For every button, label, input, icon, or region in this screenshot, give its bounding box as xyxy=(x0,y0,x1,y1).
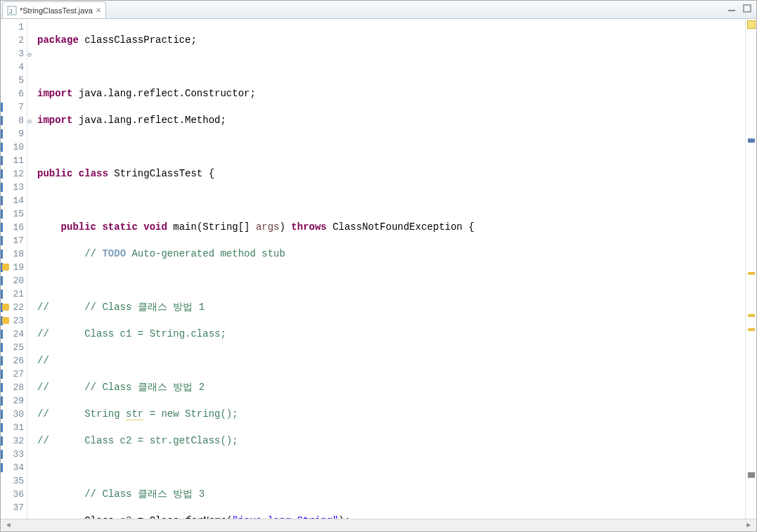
line-number: 3 xyxy=(1,47,24,60)
overview-ruler[interactable] xyxy=(745,19,756,519)
line-number: 37 xyxy=(1,501,24,514)
editor-area: 1 2 3 4 5 6 7 8 9 10 11 12 13 14 15 16 1… xyxy=(1,19,756,519)
line-number: 16 xyxy=(1,221,24,234)
line-number: 20 xyxy=(1,274,24,287)
line-number: 8 xyxy=(1,114,24,127)
scroll-right-icon[interactable]: ► xyxy=(744,521,753,529)
overview-mark-info-icon[interactable] xyxy=(748,138,755,143)
line-number: 27 xyxy=(1,368,24,381)
horizontal-scrollbar[interactable]: ◄ ► xyxy=(1,519,756,531)
line-number: 23 xyxy=(1,314,24,327)
line-number: 25 xyxy=(1,341,24,354)
line-number: 24 xyxy=(1,327,24,341)
line-number: 7 xyxy=(1,100,24,114)
line-number: 19 xyxy=(1,261,24,274)
line-number: 4 xyxy=(1,60,24,74)
line-number: 17 xyxy=(1,234,24,247)
line-number: 33 xyxy=(1,448,24,461)
editor-tab[interactable]: J *StringClassTest.java ✕ xyxy=(2,1,106,18)
svg-rect-2 xyxy=(728,10,735,11)
minimize-icon[interactable] xyxy=(727,4,737,13)
line-number: 9 xyxy=(1,127,24,141)
line-number: 14 xyxy=(1,194,24,207)
line-number: 21 xyxy=(1,287,24,301)
line-number: 6 xyxy=(1,87,24,100)
line-number: 35 xyxy=(1,474,24,488)
code-editor[interactable]: package classClassPractice; import java.… xyxy=(27,19,745,519)
svg-rect-3 xyxy=(744,5,751,12)
maximize-icon[interactable] xyxy=(742,4,752,13)
overview-mark-warn-icon[interactable] xyxy=(748,272,755,275)
line-number: 29 xyxy=(1,394,24,408)
overview-mark-warn-icon[interactable] xyxy=(748,328,755,331)
line-number: 11 xyxy=(1,154,24,167)
line-number: 5 xyxy=(1,74,24,87)
close-icon[interactable]: ✕ xyxy=(96,6,101,14)
line-number: 13 xyxy=(1,181,24,194)
tab-controls xyxy=(727,4,752,13)
line-number: 2 xyxy=(1,34,24,47)
line-number: 1 xyxy=(1,20,24,34)
line-number: 12 xyxy=(1,167,24,181)
overview-mark-warn-icon[interactable] xyxy=(748,314,755,317)
java-file-icon: J xyxy=(7,6,17,15)
line-number: 18 xyxy=(1,247,24,261)
line-number: 26 xyxy=(1,354,24,368)
scroll-left-icon[interactable]: ◄ xyxy=(4,521,13,529)
line-number: 28 xyxy=(1,381,24,394)
line-number: 34 xyxy=(1,461,24,474)
problems-indicator-icon[interactable] xyxy=(747,20,756,29)
line-number: 15 xyxy=(1,207,24,221)
line-number: 30 xyxy=(1,408,24,421)
line-number: 32 xyxy=(1,434,24,448)
line-number: 22 xyxy=(1,301,24,314)
line-number: 31 xyxy=(1,421,24,434)
svg-text:J: J xyxy=(9,8,13,15)
tab-bar: J *StringClassTest.java ✕ xyxy=(1,1,756,19)
line-number: 36 xyxy=(1,488,24,501)
line-number-gutter[interactable]: 1 2 3 4 5 6 7 8 9 10 11 12 13 14 15 16 1… xyxy=(1,19,27,519)
line-number: 10 xyxy=(1,141,24,154)
overview-mark-cursor-icon[interactable] xyxy=(748,472,755,478)
tab-title: *StringClassTest.java xyxy=(20,6,93,15)
